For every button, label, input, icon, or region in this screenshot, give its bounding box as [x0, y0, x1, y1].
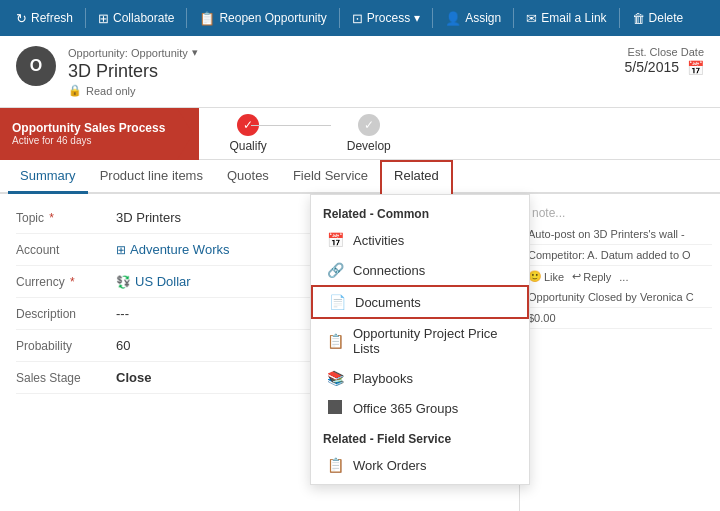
process-bar: Opportunity Sales Process Active for 46 … [0, 108, 720, 160]
collaborate-icon: ⊞ [98, 11, 109, 26]
activities-icon: 📅 [327, 232, 343, 248]
email-link-button[interactable]: ✉ Email a Link [518, 7, 614, 30]
topic-required: * [49, 211, 54, 225]
playbooks-item[interactable]: 📚 Playbooks [311, 363, 529, 393]
email-icon: ✉ [526, 11, 537, 26]
toolbar-separator-4 [432, 8, 433, 28]
est-close-value: 5/5/2015 [625, 59, 680, 75]
right-panel: note... Auto-post on 3D Printers's wall … [520, 194, 720, 511]
record-name: 3D Printers [68, 61, 198, 82]
tab-product-line-items[interactable]: Product line items [88, 160, 215, 194]
delete-button[interactable]: 🗑 Delete [624, 7, 692, 30]
playbooks-icon: 📚 [327, 370, 343, 386]
qualify-label: Qualify [229, 139, 266, 153]
tab-container: Summary Product line items Quotes Field … [0, 160, 720, 194]
process-stage-subtitle: Active for 46 days [12, 135, 165, 146]
process-stage-title: Opportunity Sales Process [12, 121, 165, 135]
activities-item[interactable]: 📅 Activities [311, 225, 529, 255]
amount-value: $0.00 [528, 308, 712, 329]
assign-button[interactable]: 👤 Assign [437, 7, 509, 30]
activity-item-2: Competitor: A. Datum added to O [528, 245, 712, 266]
record-avatar: O [16, 46, 56, 86]
process-dropdown-arrow: ▾ [414, 11, 420, 25]
description-label: Description [16, 307, 116, 321]
probability-label: Probability [16, 339, 116, 353]
currency-label: Currency * [16, 275, 116, 289]
price-lists-item[interactable]: 📋 Opportunity Project Price Lists [311, 319, 529, 363]
description-value: --- [116, 306, 129, 321]
tab-field-service[interactable]: Field Service [281, 160, 380, 194]
step-connector [251, 125, 331, 126]
account-label: Account [16, 243, 116, 257]
currency-icon: 💱 [116, 275, 131, 289]
record-header-right: Est. Close Date 5/5/2015 📅 [625, 46, 705, 76]
reopen-opportunity-button[interactable]: 📋 Reopen Opportunity [191, 7, 334, 30]
record-header: O Opportunity: Opportunity ▾ 3D Printers… [0, 36, 720, 108]
probability-value: 60 [116, 338, 130, 353]
topic-value: 3D Printers [116, 210, 181, 225]
topic-label: Topic * [16, 211, 116, 225]
process-button[interactable]: ⊡ Process ▾ [344, 7, 428, 30]
process-step-develop: ✓ Develop [347, 114, 391, 153]
account-link[interactable]: ⊞ Adventure Works [116, 242, 229, 257]
tab-summary[interactable]: Summary [8, 160, 88, 194]
account-link-icon: ⊞ [116, 243, 126, 257]
process-stage-badge: Opportunity Sales Process Active for 46 … [0, 108, 177, 160]
more-button[interactable]: ... [619, 270, 628, 283]
record-title-area: Opportunity: Opportunity ▾ 3D Printers 🔒… [68, 46, 198, 97]
related-dropdown-menu: Related - Common 📅 Activities 🔗 Connecti… [310, 194, 530, 485]
tab-related[interactable]: Related [380, 160, 453, 194]
est-close-label: Est. Close Date [625, 46, 705, 58]
documents-item[interactable]: 📄 Documents [311, 285, 529, 319]
like-button[interactable]: 🙂 Like [528, 270, 564, 283]
develop-label: Develop [347, 139, 391, 153]
lock-icon: 🔒 [68, 84, 82, 97]
tab-bar: Summary Product line items Quotes Field … [0, 160, 720, 194]
delete-icon: 🗑 [632, 11, 645, 26]
documents-icon: 📄 [329, 294, 345, 310]
sales-stage-value: Close [116, 370, 151, 385]
related-field-service-header: Related - Field Service [311, 424, 529, 450]
process-step-qualify: ✓ Qualify [229, 114, 266, 153]
sales-stage-label: Sales Stage [16, 371, 116, 385]
assign-icon: 👤 [445, 11, 461, 26]
breadcrumb: Opportunity: Opportunity ▾ [68, 46, 198, 59]
price-lists-icon: 📋 [327, 333, 343, 349]
office365-item[interactable]: Office 365 Groups [311, 393, 529, 424]
reply-button[interactable]: ↩ Reply [572, 270, 611, 283]
breadcrumb-arrow: ▾ [192, 46, 198, 59]
note-placeholder: note... [528, 202, 712, 224]
activity-actions: 🙂 Like ↩ Reply ... [528, 266, 712, 287]
work-orders-item[interactable]: 📋 Work Orders [311, 450, 529, 480]
toolbar: ↻ Refresh ⊞ Collaborate 📋 Reopen Opportu… [0, 0, 720, 36]
connections-icon: 🔗 [327, 262, 343, 278]
tab-quotes[interactable]: Quotes [215, 160, 281, 194]
activity-item-1: Auto-post on 3D Printers's wall - [528, 224, 712, 245]
record-readonly: 🔒 Read only [68, 84, 198, 97]
toolbar-separator-6 [619, 8, 620, 28]
process-icon: ⊡ [352, 11, 363, 26]
toolbar-separator-2 [186, 8, 187, 28]
refresh-icon: ↻ [16, 11, 27, 26]
toolbar-separator [85, 8, 86, 28]
reopen-icon: 📋 [199, 11, 215, 26]
currency-required: * [70, 275, 75, 289]
record-header-left: O Opportunity: Opportunity ▾ 3D Printers… [16, 46, 198, 97]
calendar-icon[interactable]: 📅 [687, 60, 704, 76]
activity-footer: Opportunity Closed by Veronica C [528, 287, 712, 308]
related-common-header: Related - Common [311, 199, 529, 225]
office365-icon [327, 400, 343, 417]
process-steps: ✓ Qualify ✓ Develop [199, 108, 720, 160]
refresh-button[interactable]: ↻ Refresh [8, 7, 81, 30]
work-orders-icon: 📋 [327, 457, 343, 473]
collaborate-button[interactable]: ⊞ Collaborate [90, 7, 182, 30]
toolbar-separator-5 [513, 8, 514, 28]
toolbar-separator-3 [339, 8, 340, 28]
currency-link[interactable]: 💱 US Dollar [116, 274, 191, 289]
connections-item[interactable]: 🔗 Connections [311, 255, 529, 285]
develop-circle: ✓ [358, 114, 380, 136]
